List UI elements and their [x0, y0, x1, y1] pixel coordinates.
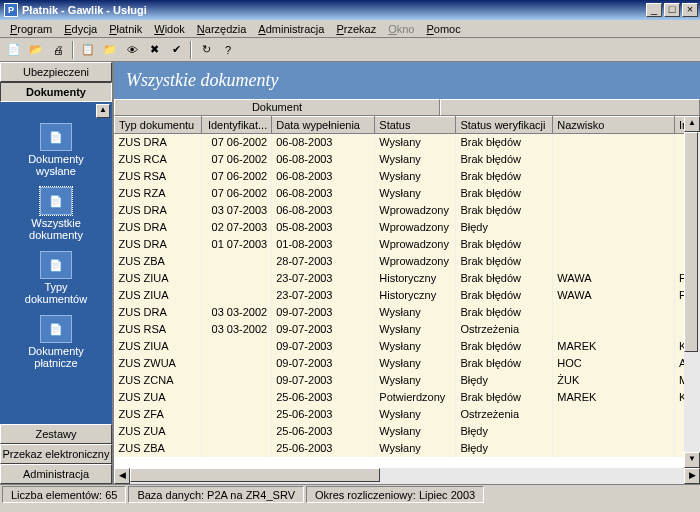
status-db: Baza danych: P2A na ZR4_SRV — [128, 486, 304, 503]
nav-all-docs[interactable]: 📄Wszystkiedokumenty — [27, 184, 85, 244]
cell — [201, 338, 271, 355]
table-row[interactable]: ZUS ZUA25-06-2003WysłanyBłędy — [115, 423, 700, 440]
cell: 01 07-2003 — [201, 236, 271, 253]
print-icon[interactable]: 🖨 — [48, 40, 68, 60]
folder-open-icon[interactable]: 📁 — [100, 40, 120, 60]
cell: Potwierdzony — [375, 389, 456, 406]
hscroll-left-icon[interactable]: ◀ — [114, 468, 130, 484]
cell — [553, 440, 675, 457]
horizontal-scrollbar[interactable]: ◀ ▶ — [114, 468, 700, 484]
scroll-up-icon[interactable]: ▲ — [684, 116, 700, 132]
menu-narzędzia[interactable]: Narzędzia — [191, 22, 253, 36]
maximize-button[interactable]: □ — [664, 3, 680, 17]
close-button[interactable]: × — [682, 3, 698, 17]
sidebar-tab-ubezpieczeni[interactable]: Ubezpieczeni — [0, 62, 112, 82]
app-icon: P — [4, 3, 18, 17]
table-row[interactable]: ZUS RSA03 03-200209-07-2003WysłanyOstrze… — [115, 321, 700, 338]
sidebar-tab-przekaz[interactable]: Przekaz elektroniczny — [0, 444, 112, 464]
cell: Brak błędów — [456, 389, 553, 406]
menu-przekaz[interactable]: Przekaz — [330, 22, 382, 36]
status-count: Liczba elementów: 65 — [2, 486, 126, 503]
status-period: Okres rozliczeniowy: Lipiec 2003 — [306, 486, 484, 503]
cell: ZUS RSA — [115, 168, 202, 185]
delete-icon[interactable]: ✖ — [144, 40, 164, 60]
table-row[interactable]: ZUS ZUA25-06-2003PotwierdzonyBrak błędów… — [115, 389, 700, 406]
data-table: Typ dokumentuIdentyfikat...Data wypełnie… — [114, 116, 700, 457]
nav-docs-sent[interactable]: 📄Dokumentywysłane — [26, 120, 86, 180]
menu-pomoc[interactable]: Pomoc — [420, 22, 466, 36]
cell: Wysłany — [375, 321, 456, 338]
table-row[interactable]: ZUS ZBA28-07-2003WprowadzonyBrak błędów — [115, 253, 700, 270]
table-row[interactable]: ZUS ZBA25-06-2003WysłanyBłędy — [115, 440, 700, 457]
cell — [201, 270, 271, 287]
sidebar-tab-dokumenty[interactable]: Dokumenty — [0, 82, 112, 102]
cell — [553, 202, 675, 219]
sidebar: Ubezpieczeni Dokumenty ▲ 📄Dokumentywysła… — [0, 62, 114, 484]
refresh-icon[interactable]: ↻ — [196, 40, 216, 60]
table-row[interactable]: ZUS ZCNA09-07-2003WysłanyBłędyŻUKM. — [115, 372, 700, 389]
cell — [553, 304, 675, 321]
table-row[interactable]: ZUS RZA07 06-200206-08-2003WysłanyBrak b… — [115, 185, 700, 202]
open-icon[interactable]: 📂 — [26, 40, 46, 60]
table-row[interactable]: ZUS RCA07 06-200206-08-2003WysłanyBrak b… — [115, 151, 700, 168]
column-header[interactable]: Identyfikat... — [201, 117, 271, 134]
nav-doc-types-icon: 📄 — [40, 251, 72, 279]
sidebar-scroll-up[interactable]: ▲ — [96, 104, 110, 118]
cell: 06-08-2003 — [272, 134, 375, 151]
cell: Ostrzeżenia — [456, 321, 553, 338]
menu-administracja[interactable]: Administracja — [252, 22, 330, 36]
cell: Brak błędów — [456, 270, 553, 287]
sidebar-tab-zestawy[interactable]: Zestawy — [0, 424, 112, 444]
new-icon[interactable]: 📄 — [4, 40, 24, 60]
column-header[interactable]: Status weryfikacji — [456, 117, 553, 134]
help-icon[interactable]: ? — [218, 40, 238, 60]
cell: ZUS DRA — [115, 202, 202, 219]
preview-icon[interactable]: 👁 — [122, 40, 142, 60]
cell: Brak błędów — [456, 151, 553, 168]
check-icon[interactable]: ✔ — [166, 40, 186, 60]
scroll-down-icon[interactable]: ▼ — [684, 452, 700, 468]
table-row[interactable]: ZUS RSA07 06-200206-08-2003WysłanyBrak b… — [115, 168, 700, 185]
hscroll-right-icon[interactable]: ▶ — [684, 468, 700, 484]
cell: Ostrzeżenia — [456, 406, 553, 423]
menu-edycja[interactable]: Edycja — [58, 22, 103, 36]
cell: ZUS ZWUA — [115, 355, 202, 372]
column-header[interactable]: Status — [375, 117, 456, 134]
table-row[interactable]: ZUS ZWUA09-07-2003WysłanyBrak błędówHOCA… — [115, 355, 700, 372]
table-row[interactable]: ZUS DRA01 07-200301-08-2003WprowadzonyBr… — [115, 236, 700, 253]
hscroll-thumb[interactable] — [130, 468, 380, 482]
sidebar-tab-admin[interactable]: Administracja — [0, 464, 112, 484]
column-header[interactable]: Data wypełnienia — [272, 117, 375, 134]
nav-payment-docs[interactable]: 📄Dokumentypłatnicze — [26, 312, 86, 372]
cell: ZUS ZFA — [115, 406, 202, 423]
column-header[interactable]: Nazwisko — [553, 117, 675, 134]
table-row[interactable]: ZUS DRA02 07-200305-08-2003WprowadzonyBł… — [115, 219, 700, 236]
cell: ZUS RZA — [115, 185, 202, 202]
table-row[interactable]: ZUS ZFA25-06-2003WysłanyOstrzeżenia — [115, 406, 700, 423]
nav-doc-types[interactable]: 📄Typydokumentów — [23, 248, 89, 308]
column-header[interactable]: Typ dokumentu — [115, 117, 202, 134]
cell: Błędy — [456, 423, 553, 440]
scroll-thumb[interactable] — [684, 132, 698, 352]
table-row[interactable]: ZUS DRA07 06-200206-08-2003WysłanyBrak b… — [115, 134, 700, 151]
cell — [553, 219, 675, 236]
menu-okno[interactable]: Okno — [382, 22, 420, 36]
table-row[interactable]: ZUS ZIUA23-07-2003HistorycznyBrak błędów… — [115, 270, 700, 287]
cell: ZUS ZIUA — [115, 338, 202, 355]
cell — [201, 355, 271, 372]
cell: 25-06-2003 — [272, 440, 375, 457]
cell: 03 03-2002 — [201, 304, 271, 321]
cell: Błędy — [456, 219, 553, 236]
table-row[interactable]: ZUS ZIUA23-07-2003HistorycznyBrak błędów… — [115, 287, 700, 304]
menu-płatnik[interactable]: Płatnik — [103, 22, 148, 36]
table-row[interactable]: ZUS ZIUA09-07-2003WysłanyBrak błędówMARE… — [115, 338, 700, 355]
cell: ZUS ZIUA — [115, 270, 202, 287]
table-row[interactable]: ZUS DRA03 03-200209-07-2003WysłanyBrak b… — [115, 304, 700, 321]
table-row[interactable]: ZUS DRA03 07-200306-08-2003WprowadzonyBr… — [115, 202, 700, 219]
menu-program[interactable]: Program — [4, 22, 58, 36]
cell: HOC — [553, 355, 675, 372]
minimize-button[interactable]: _ — [646, 3, 662, 17]
menu-widok[interactable]: Widok — [148, 22, 191, 36]
vertical-scrollbar[interactable]: ▲ ▼ — [684, 116, 700, 468]
copy-icon[interactable]: 📋 — [78, 40, 98, 60]
